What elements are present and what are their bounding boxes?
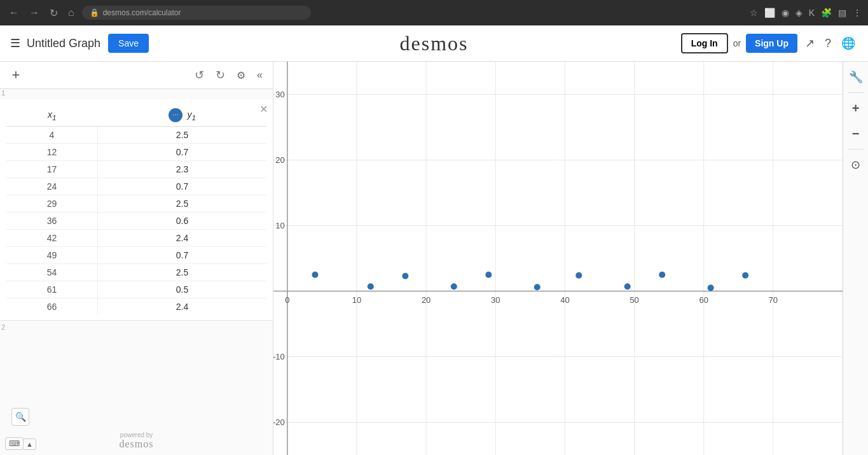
x-header-label: x1 <box>48 109 56 120</box>
puzzle-icon[interactable]: 🧩 <box>821 8 832 18</box>
y-cell[interactable]: 0.7 <box>97 144 266 161</box>
col-header-y: y1 <box>97 104 266 127</box>
y-cell[interactable]: 0.7 <box>97 178 266 195</box>
right-panel-divider-2 <box>848 149 864 150</box>
zoom-out-button[interactable]: − <box>846 123 866 144</box>
sidebar: + ↺ ↻ ⚙ « 1 ✕ x1 <box>0 62 273 455</box>
header-right: Log In or Sign Up ↗ ? 🌐 <box>681 33 858 53</box>
y-cell[interactable]: 2.5 <box>97 127 266 144</box>
data-table: x1 y1 42.5120.7172.3240.7292.5360.6422.4… <box>6 104 266 315</box>
graph-area[interactable] <box>273 62 843 455</box>
x-cell[interactable]: 54 <box>6 264 97 281</box>
table-row[interactable]: 422.4 <box>6 230 266 247</box>
y-cell[interactable]: 0.6 <box>97 213 266 230</box>
table-row[interactable]: 610.5 <box>6 281 266 298</box>
zoom-button[interactable]: 🔍 <box>11 408 29 426</box>
table-row[interactable]: 42.5 <box>6 127 266 144</box>
browser-icons: ☆ ⬜ ◉ ◈ K 🧩 ▤ ⋮ <box>750 8 862 18</box>
globe-icon[interactable]: 🌐 <box>839 34 858 53</box>
x-cell[interactable]: 24 <box>6 178 97 195</box>
x-cell[interactable]: 29 <box>6 195 97 213</box>
undo-button[interactable]: ↺ <box>191 66 208 85</box>
signup-button[interactable]: Sign Up <box>746 34 797 53</box>
main-area: + ↺ ↻ ⚙ « 1 ✕ x1 <box>0 62 868 455</box>
x-cell[interactable]: 42 <box>6 230 97 247</box>
x-cell[interactable]: 17 <box>6 161 97 178</box>
browser-chrome: ← → ↻ ⌂ 🔒 desmos.com/calculator ☆ ⬜ ◉ ◈ … <box>0 0 868 25</box>
y-cell[interactable]: 0.7 <box>97 247 266 264</box>
wrench-button[interactable]: 🔧 <box>846 67 866 87</box>
col-header-x: x1 <box>6 104 97 127</box>
table-row[interactable]: 542.5 <box>6 264 266 281</box>
menu-icon[interactable]: ⋮ <box>853 8 862 18</box>
keyboard-button[interactable]: ⌨ <box>5 437 24 450</box>
y-cell[interactable]: 2.3 <box>97 161 266 178</box>
security-icon: 🔒 <box>90 8 99 17</box>
expand-button[interactable]: ▲ <box>23 438 36 450</box>
close-expression-button[interactable]: ✕ <box>259 103 268 115</box>
row-label-1: 1 <box>1 89 5 97</box>
save-button[interactable]: Save <box>108 34 149 53</box>
table-row[interactable]: 662.4 <box>6 298 266 316</box>
x-cell[interactable]: 61 <box>6 281 97 298</box>
back-button[interactable]: ← <box>6 4 22 21</box>
table-body: 42.5120.7172.3240.7292.5360.6422.4490.75… <box>6 127 266 316</box>
chrome-icon[interactable]: ◉ <box>782 8 789 18</box>
table-row[interactable]: 172.3 <box>6 161 266 178</box>
collapse-button[interactable]: « <box>253 67 266 83</box>
expression-item: ✕ x1 y1 42.5120.7172.3240.7292.5360.6422… <box>0 99 273 321</box>
sidebar-toolbar: + ↺ ↻ ⚙ « <box>0 62 273 89</box>
extension-icon[interactable]: ⬜ <box>764 8 775 18</box>
refresh-button[interactable]: ↻ <box>47 4 60 22</box>
bookmark-icon[interactable]: ☆ <box>750 8 758 18</box>
menu-button[interactable]: ☰ <box>10 36 20 50</box>
color-dot[interactable] <box>169 108 183 122</box>
graph-canvas <box>273 62 843 455</box>
share-icon[interactable]: ↗ <box>803 34 817 53</box>
help-icon[interactable]: ? <box>822 34 834 53</box>
right-panel-divider <box>848 92 864 93</box>
login-button[interactable]: Log In <box>681 33 728 53</box>
address-bar[interactable]: 🔒 desmos.com/calculator <box>82 6 311 20</box>
settings-button[interactable]: ⚙ <box>233 67 249 84</box>
or-text: or <box>733 38 741 48</box>
table-row[interactable]: 360.6 <box>6 213 266 230</box>
x-cell[interactable]: 49 <box>6 247 97 264</box>
x-cell[interactable]: 12 <box>6 144 97 161</box>
x-cell[interactable]: 66 <box>6 298 97 316</box>
right-panel: 🔧 + − ⊙ <box>843 62 868 455</box>
table-row[interactable]: 120.7 <box>6 144 266 161</box>
y-cell[interactable]: 2.5 <box>97 195 266 213</box>
home-button[interactable]: ⌂ <box>65 4 77 21</box>
sidebar-icon[interactable]: ▤ <box>838 8 846 18</box>
y-cell[interactable]: 0.5 <box>97 281 266 298</box>
x-cell[interactable]: 36 <box>6 213 97 230</box>
home-view-button[interactable]: ⊙ <box>846 155 866 175</box>
edge-icon[interactable]: ◈ <box>796 8 803 18</box>
y-cell[interactable]: 2.4 <box>97 230 266 247</box>
powered-by-footer: powered by desmos <box>120 431 154 450</box>
kaspersky-icon[interactable]: K <box>809 8 815 18</box>
forward-button[interactable]: → <box>27 4 42 21</box>
table-row[interactable]: 292.5 <box>6 195 266 213</box>
add-expression-button[interactable]: + <box>6 66 25 85</box>
powered-by-text: powered by <box>120 431 153 438</box>
desmos-small-logo: desmos <box>120 438 154 450</box>
desmos-logo: desmos <box>400 32 469 55</box>
table-row[interactable]: 240.7 <box>6 178 266 195</box>
app-header: ☰ Untitled Graph Save desmos Log In or S… <box>0 25 868 62</box>
x-cell[interactable]: 4 <box>6 127 97 144</box>
y-cell[interactable]: 2.5 <box>97 264 266 281</box>
table-row[interactable]: 490.7 <box>6 247 266 264</box>
y-cell[interactable]: 2.4 <box>97 298 266 316</box>
redo-button[interactable]: ↻ <box>212 66 229 85</box>
row-label-2: 2 <box>1 323 5 331</box>
y-header-label: y1 <box>187 109 195 120</box>
graph-title: Untitled Graph <box>27 37 100 50</box>
zoom-in-button[interactable]: + <box>846 98 866 118</box>
url-text: desmos.com/calculator <box>103 8 181 17</box>
